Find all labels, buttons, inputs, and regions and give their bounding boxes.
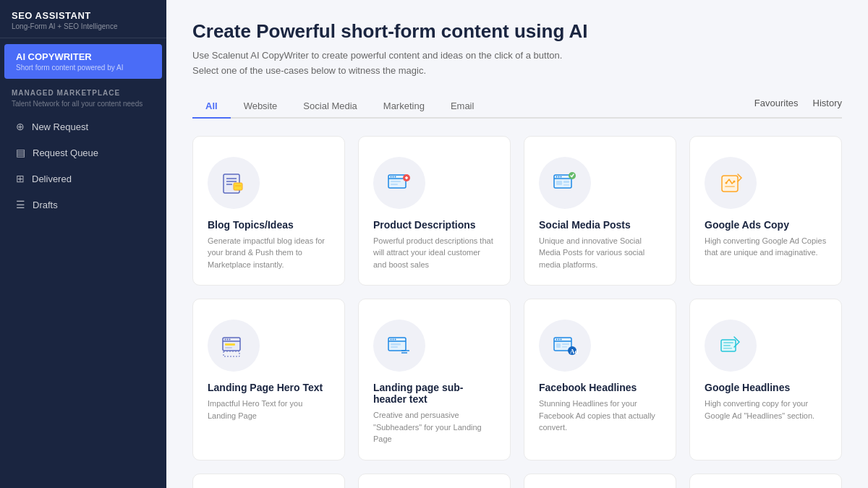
card-title-product: Product Descriptions xyxy=(373,219,495,231)
ads-icon xyxy=(716,168,745,197)
new-request-label: New Request xyxy=(32,121,88,132)
sidebar: SEO ASSISTANT Long-Form AI + SEO Intelli… xyxy=(0,0,166,488)
tab-all[interactable]: All xyxy=(192,95,231,119)
main-content: Create Powerful short-form content using… xyxy=(166,0,868,488)
svg-rect-48 xyxy=(556,343,561,348)
blog-icon xyxy=(219,168,248,197)
card-icon-wrap-google-headlines xyxy=(705,320,757,372)
svg-text:Ad: Ad xyxy=(570,348,579,355)
svg-rect-12 xyxy=(391,184,398,185)
sidebar-logo: SEO ASSISTANT Long-Form AI + SEO Intelli… xyxy=(0,0,166,38)
sidebar-item-delivered[interactable]: ⊞ Delivered xyxy=(4,166,162,192)
logo-title: SEO ASSISTANT xyxy=(12,10,155,21)
svg-point-8 xyxy=(391,176,392,177)
card-row3-4[interactable] xyxy=(689,474,842,488)
card-google-ads[interactable]: Google Ads Copy High converting Google A… xyxy=(689,136,842,286)
ai-copywriter-sublabel: Short form content powered by AI xyxy=(16,64,123,72)
google-headlines-icon xyxy=(716,331,745,360)
card-desc-social: Unique and innovative Social Media Posts… xyxy=(539,235,661,271)
sidebar-item-ai-copywriter[interactable]: AI COPYWRITER Short form content powered… xyxy=(4,44,162,79)
card-product-descriptions[interactable]: Product Descriptions Powerful product de… xyxy=(358,136,511,286)
favourites-link[interactable]: Favourites xyxy=(754,98,799,108)
card-desc-blog: Generate impactful blog ideas for your b… xyxy=(208,235,330,271)
card-subheader[interactable]: Landing page sub-header text Creative an… xyxy=(358,299,511,461)
logo-subtitle: Long-Form AI + SEO Intelligence xyxy=(12,22,155,30)
card-row3-1[interactable] xyxy=(192,474,345,488)
request-queue-label: Request Queue xyxy=(33,147,98,158)
tabs-row: All Website Social Media Marketing Email… xyxy=(192,95,842,119)
card-desc-product: Powerful product descriptions that will … xyxy=(373,235,495,271)
sidebar-item-drafts[interactable]: ☰ Drafts xyxy=(4,192,162,218)
svg-rect-49 xyxy=(562,343,569,345)
managed-marketplace-sub: Talent Network for all your content need… xyxy=(0,100,166,114)
card-title-landing: Landing Page Hero Text xyxy=(208,382,330,393)
tabs-right: Favourites History xyxy=(754,98,842,114)
tab-marketing[interactable]: Marketing xyxy=(370,95,438,119)
svg-point-46 xyxy=(558,339,560,341)
svg-rect-50 xyxy=(562,346,567,348)
svg-rect-11 xyxy=(391,181,401,182)
request-queue-icon: ▤ xyxy=(16,147,25,158)
facebook-icon: Ad xyxy=(550,331,579,360)
card-title-social: Social Media Posts xyxy=(539,219,661,231)
drafts-icon: ☰ xyxy=(16,199,25,210)
card-title-subheader: Landing page sub-header text xyxy=(373,382,495,405)
svg-rect-4 xyxy=(234,183,242,190)
svg-rect-32 xyxy=(225,343,235,346)
card-desc-landing: Impactful Hero Text for you Landing Page xyxy=(208,398,330,421)
svg-rect-19 xyxy=(556,181,562,185)
card-icon-wrap-facebook: Ad xyxy=(539,320,591,372)
card-icon-wrap-blog xyxy=(208,157,260,209)
tab-website[interactable]: Website xyxy=(231,95,291,119)
delivered-label: Delivered xyxy=(32,174,72,184)
svg-point-47 xyxy=(561,339,562,341)
delivered-icon: ⊞ xyxy=(16,173,25,184)
cards-grid: Blog Topics/Ideas Generate impactful blo… xyxy=(192,136,842,488)
ai-copywriter-label: AI COPYWRITER xyxy=(16,51,92,62)
svg-point-17 xyxy=(558,176,560,177)
svg-point-29 xyxy=(225,339,226,341)
card-title-facebook: Facebook Headlines xyxy=(539,382,661,393)
sidebar-item-new-request[interactable]: ⊕ New Request xyxy=(4,114,162,140)
card-icon-wrap-ads xyxy=(705,157,757,209)
history-link[interactable]: History xyxy=(813,98,842,108)
subheader-icon xyxy=(385,331,414,360)
card-desc-google-headlines: High converting copy for your Google Ad … xyxy=(705,398,827,421)
new-request-icon: ⊕ xyxy=(16,121,25,132)
svg-rect-33 xyxy=(225,347,232,348)
svg-rect-26 xyxy=(725,186,735,187)
svg-point-25 xyxy=(733,180,736,182)
svg-point-30 xyxy=(227,339,229,341)
card-blog-topics[interactable]: Blog Topics/Ideas Generate impactful blo… xyxy=(192,136,345,286)
card-facebook[interactable]: Ad Facebook Headlines Stunning Headlines… xyxy=(524,299,676,461)
tabs-left: All Website Social Media Marketing Email xyxy=(192,95,754,117)
card-row3-3[interactable] xyxy=(524,474,676,488)
svg-point-9 xyxy=(393,176,394,177)
sidebar-item-request-queue[interactable]: ▤ Request Queue xyxy=(4,140,162,166)
tab-email[interactable]: Email xyxy=(438,95,488,119)
card-row3-2[interactable] xyxy=(358,474,511,488)
svg-point-16 xyxy=(556,176,558,177)
card-google-headlines[interactable]: Google Headlines High converting copy fo… xyxy=(689,299,842,461)
svg-point-36 xyxy=(391,339,392,341)
svg-rect-20 xyxy=(563,181,569,183)
svg-rect-39 xyxy=(391,343,401,346)
tab-social-media[interactable]: Social Media xyxy=(290,95,370,119)
card-title-blog: Blog Topics/Ideas xyxy=(208,219,330,231)
svg-point-31 xyxy=(229,339,231,341)
card-icon-wrap-subheader xyxy=(373,320,425,372)
social-icon xyxy=(550,168,579,197)
card-landing-hero[interactable]: Landing Page Hero Text Impactful Hero Te… xyxy=(192,299,345,461)
managed-marketplace-label: MANAGED MARKETPLACE xyxy=(0,79,166,100)
card-desc-facebook: Stunning Headlines for your Facebook Ad … xyxy=(539,398,661,434)
card-social-media[interactable]: Social Media Posts Unique and innovative… xyxy=(524,136,676,286)
svg-rect-55 xyxy=(723,345,731,346)
card-desc-ads: High converting Google Ad Copies that ar… xyxy=(705,235,827,259)
card-icon-wrap-landing xyxy=(208,320,260,372)
svg-rect-23 xyxy=(722,176,738,192)
page-title: Create Powerful short-form content using… xyxy=(192,20,842,43)
drafts-label: Drafts xyxy=(33,200,58,210)
svg-point-18 xyxy=(561,176,562,177)
svg-point-24 xyxy=(726,181,728,184)
svg-rect-56 xyxy=(723,348,732,349)
